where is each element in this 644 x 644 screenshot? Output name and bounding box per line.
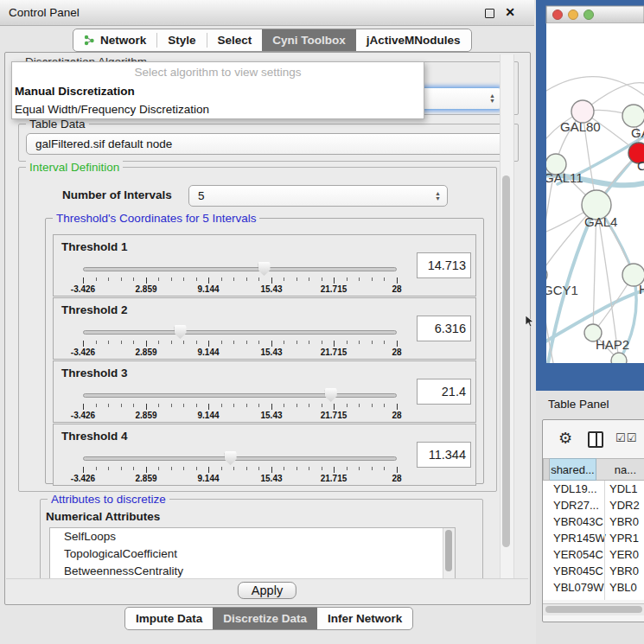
tick-label: 21.715 — [321, 348, 348, 357]
threshold-slider[interactable] — [83, 387, 397, 403]
cell: YLR3 — [604, 596, 638, 600]
slider-thumb[interactable] — [325, 388, 337, 402]
close-icon[interactable]: ✕ — [505, 0, 515, 25]
tick-label: 15.43 — [260, 348, 282, 357]
tab-select[interactable]: Select — [207, 29, 263, 51]
table-row[interactable]: YBR045CYBR0 — [543, 563, 644, 579]
dropdown-item-equal-width-frequency[interactable]: Equal Width/Frequency Discretization — [12, 100, 424, 118]
numerical-attributes-list[interactable]: SelfLoops TopologicalCoefficient Between… — [49, 527, 456, 581]
tab-cyni-toolbox[interactable]: Cyni Toolbox — [262, 29, 356, 51]
table-row[interactable]: YPR145WYPR1 — [543, 530, 644, 546]
threshold-2-panel: Threshold 2 -3.426 2.859 9.144 15.43 21.… — [53, 297, 476, 360]
dropdown-item-manual-discretization[interactable]: Manual Discretization — [12, 82, 424, 100]
panel-title: Control Panel — [9, 0, 80, 25]
threshold-slider[interactable] — [83, 450, 397, 466]
cell: YPR145W — [543, 530, 604, 546]
threshold-3-panel: Threshold 3 -3.426 2.859 9.144 15.43 21.… — [53, 360, 476, 423]
slider-thumb[interactable] — [258, 262, 271, 276]
slider-track[interactable] — [83, 456, 397, 461]
tab-label: Network — [100, 34, 146, 47]
list-item[interactable]: SelfLoops — [50, 528, 455, 545]
threshold-value-field[interactable]: 21.4 — [417, 379, 471, 405]
threshold-slider[interactable] — [83, 261, 397, 277]
tick-label: 28 — [392, 474, 401, 483]
tab-impute-data[interactable]: Impute Data — [125, 608, 213, 629]
gear-icon[interactable]: ⚙ — [558, 429, 572, 448]
cell: YER054C — [543, 546, 604, 563]
minimize-traffic-light[interactable] — [569, 10, 578, 20]
node-label: GAL80 — [560, 119, 601, 134]
slider-thumb[interactable] — [175, 325, 187, 339]
maximize-traffic-light[interactable] — [584, 10, 594, 20]
numerical-attributes-label: Numerical Attributes — [46, 510, 160, 523]
list-item[interactable]: TopologicalCoefficient — [50, 545, 455, 563]
column-settings-icon[interactable] — [588, 431, 603, 448]
dropdown-prompt-item[interactable]: Select algorithm to view settings — [12, 62, 424, 82]
node-gal-partial[interactable] — [622, 105, 644, 127]
slider-track[interactable] — [83, 267, 397, 271]
threshold-4-panel: Threshold 4 -3.426 2.859 9.144 15.43 21.… — [53, 424, 476, 486]
content-scrollbar[interactable] — [500, 54, 514, 601]
thresholds-group-label: Threshold's Coordinates for 5 Intervals — [53, 212, 259, 225]
table-row[interactable]: YBR043CYBR0 — [543, 513, 644, 530]
node-label: CYC — [637, 158, 644, 173]
tick-label: 9.144 — [197, 348, 219, 357]
cell: YBR0 — [604, 563, 639, 579]
cell: YBR0 — [604, 513, 639, 530]
tab-label: Infer Network — [328, 612, 402, 625]
scrollbar-thumb[interactable] — [502, 175, 510, 547]
tab-discretize-data[interactable]: Discretize Data — [213, 608, 317, 629]
algorithm-dropdown-popup: Select algorithm to view settings Manual… — [11, 61, 424, 119]
network-view-window[interactable]: GAL80 GAL CYC GAL11 GAL4 GCY1 HIS HAP2 — [536, 0, 644, 391]
node-table: ⚙ ☑☑ shared... na... YDL19...YDL1 YDR27.… — [542, 419, 644, 622]
list-scrollbar[interactable] — [443, 528, 455, 580]
tab-infer-network[interactable]: Infer Network — [317, 608, 412, 629]
column-header-shared-name[interactable]: shared... — [550, 458, 596, 481]
slider-track[interactable] — [83, 393, 397, 398]
threshold-slider[interactable] — [83, 324, 397, 340]
tick-label: 2.859 — [135, 284, 156, 294]
table-row[interactable]: YER054CYER0 — [543, 546, 644, 563]
combo-stepper-icon: ▲▼ — [489, 93, 495, 104]
select-columns-icon[interactable]: ☑☑ — [615, 431, 637, 444]
tick-label: 28 — [392, 411, 401, 420]
threshold-value-field[interactable]: 14.713 — [417, 252, 471, 278]
combo-stepper-icon: ▲▼ — [435, 191, 441, 201]
cell: YDR27... — [543, 497, 604, 513]
cell: YBR043C — [543, 513, 604, 530]
tick-label: 28 — [392, 284, 401, 294]
table-row[interactable]: YLR345WYLR3 — [543, 596, 644, 600]
table-row[interactable]: YBL079WYBL0 — [543, 579, 644, 596]
threshold-label: Threshold 2 — [61, 303, 128, 316]
slider-ticks — [83, 404, 398, 410]
column-header-name[interactable]: na... — [596, 458, 644, 481]
tick-label: 15.43 — [260, 411, 282, 420]
cell: YBL079W — [543, 579, 604, 596]
cell: YBR045C — [543, 563, 604, 579]
tick-label: 2.859 — [135, 411, 156, 420]
number-of-intervals-combobox[interactable]: 5 ▲▼ — [188, 185, 448, 207]
table-horizontal-scrollbar[interactable] — [543, 603, 644, 615]
tab-network[interactable]: Network — [73, 29, 156, 51]
threshold-value-field[interactable]: 11.344 — [417, 442, 471, 468]
scrollbar-thumb[interactable] — [545, 606, 642, 613]
scrollbar-thumb[interactable] — [445, 530, 452, 571]
tick-label: 21.715 — [321, 474, 348, 483]
slider-track[interactable] — [83, 330, 397, 335]
tab-jactivemnodules[interactable]: jActiveMNodules — [356, 29, 471, 51]
slider-thumb[interactable] — [225, 451, 237, 465]
apply-button[interactable]: Apply — [238, 582, 296, 599]
threshold-value-field[interactable]: 6.316 — [417, 316, 471, 341]
node-label: GCY1 — [543, 283, 578, 297]
tab-style[interactable]: Style — [157, 29, 206, 51]
float-window-icon[interactable] — [485, 9, 494, 18]
tab-label: jActiveMNodules — [367, 34, 461, 47]
list-item[interactable]: BetweennessCentrality — [50, 563, 455, 580]
node-label: GAL11 — [544, 170, 583, 185]
table-header: shared... na... — [543, 458, 644, 481]
close-traffic-light[interactable] — [553, 10, 563, 20]
table-row[interactable]: YDR27...YDR2 — [543, 497, 644, 513]
table-row[interactable]: YDL19...YDL1 — [543, 481, 644, 497]
tick-label: 9.144 — [197, 284, 219, 294]
table-data-combobox[interactable]: galFiltered.sif default node ▲▼ — [26, 133, 512, 155]
